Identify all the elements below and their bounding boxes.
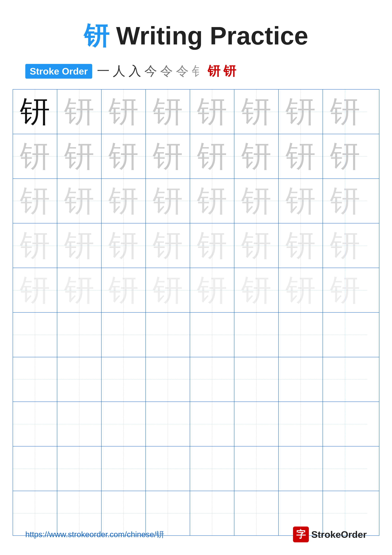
grid-cell[interactable]: [234, 313, 279, 357]
grid-row: 钘 钘 钘 钘 钘 钘 钘 钘: [13, 268, 379, 313]
grid-cell[interactable]: 钘: [234, 223, 279, 268]
grid-cell[interactable]: [101, 313, 146, 357]
grid-cell[interactable]: [279, 402, 323, 446]
grid-cell[interactable]: [146, 313, 190, 357]
grid-cell[interactable]: 钘: [234, 89, 279, 134]
practice-char: 钘: [20, 275, 50, 305]
grid-cell[interactable]: 钘: [101, 134, 146, 178]
grid-cell[interactable]: [57, 446, 101, 491]
grid-cell[interactable]: [279, 446, 323, 491]
grid-cell[interactable]: 钘: [190, 179, 234, 223]
page-title: 钘 Writing Practice: [0, 0, 392, 63]
grid-cell[interactable]: 钘: [57, 268, 101, 312]
grid-cell[interactable]: 钘: [57, 223, 101, 268]
practice-char: 钘: [64, 97, 94, 127]
grid-cell[interactable]: 钘: [13, 89, 57, 134]
stroke-4: 今: [144, 63, 157, 80]
grid-cell[interactable]: [13, 402, 57, 446]
grid-cell[interactable]: [234, 402, 279, 446]
stroke-3: ⼊: [128, 63, 141, 80]
grid-cell[interactable]: 钘: [57, 179, 101, 223]
grid-cell[interactable]: 钘: [190, 268, 234, 312]
grid-row: 钘 钘 钘 钘 钘 钘 钘 钘: [13, 179, 379, 223]
grid-cell[interactable]: 钘: [13, 134, 57, 178]
grid-row: 钘 钘 钘 钘 钘 钘 钘 钘: [13, 134, 379, 179]
grid-cell[interactable]: [13, 313, 57, 357]
grid-cell[interactable]: [190, 313, 234, 357]
grid-cell[interactable]: 钘: [234, 134, 279, 178]
grid-cell[interactable]: 钘: [101, 268, 146, 312]
grid-cell[interactable]: 钘: [101, 89, 146, 134]
grid-cell[interactable]: 钘: [323, 134, 367, 178]
practice-char: 钘: [64, 275, 94, 305]
grid-cell[interactable]: [190, 357, 234, 402]
footer-url: https://www.strokeorder.com/chinese/钘: [25, 529, 164, 540]
grid-cell[interactable]: 钘: [323, 223, 367, 268]
grid-cell[interactable]: 钘: [13, 268, 57, 312]
title-character: 钘: [84, 22, 109, 50]
grid-cell[interactable]: 钘: [146, 89, 190, 134]
grid-cell[interactable]: [323, 402, 367, 446]
grid-cell[interactable]: 钘: [101, 223, 146, 268]
grid-cell[interactable]: 钘: [323, 89, 367, 134]
grid-cell[interactable]: 钘: [101, 179, 146, 223]
grid-cell[interactable]: [57, 313, 101, 357]
grid-row: [13, 446, 379, 491]
grid-cell[interactable]: 钘: [57, 134, 101, 178]
grid-cell[interactable]: 钘: [146, 179, 190, 223]
grid-cell[interactable]: [146, 357, 190, 402]
grid-cell[interactable]: 钘: [234, 179, 279, 223]
grid-row: 钘 钘 钘 钘 钘 钘 钘 钘: [13, 223, 379, 268]
practice-char: 钘: [108, 275, 139, 305]
writing-grid: 钘 钘 钘 钘 钘 钘 钘 钘 钘 钘 钘 钘 钘 钘 钘 钘 钘 钘 钘 钘 …: [13, 89, 379, 536]
grid-cell[interactable]: 钘: [190, 89, 234, 134]
grid-cell[interactable]: [190, 446, 234, 491]
practice-char: 钘: [20, 97, 50, 127]
grid-cell[interactable]: 钘: [146, 268, 190, 312]
grid-cell[interactable]: [101, 357, 146, 402]
practice-char: 钘: [108, 141, 139, 171]
grid-cell[interactable]: 钘: [146, 223, 190, 268]
grid-cell[interactable]: 钘: [190, 223, 234, 268]
grid-cell[interactable]: [57, 402, 101, 446]
grid-cell[interactable]: [146, 402, 190, 446]
grid-cell[interactable]: [13, 446, 57, 491]
grid-cell[interactable]: 钘: [279, 268, 323, 312]
grid-cell[interactable]: [323, 357, 367, 402]
practice-char: 钘: [241, 186, 271, 216]
stroke-8: 钘: [208, 63, 220, 80]
grid-cell[interactable]: 钘: [279, 89, 323, 134]
stroke-2: ⼈: [113, 63, 125, 80]
grid-cell[interactable]: [13, 357, 57, 402]
grid-cell[interactable]: 钘: [279, 223, 323, 268]
practice-char: 钘: [330, 275, 360, 305]
grid-cell[interactable]: 钘: [323, 179, 367, 223]
grid-cell[interactable]: [101, 402, 146, 446]
stroke-order-section: Stroke Order ⼀ ⼈ ⼊ 今 令 令 钅 钘 钘: [0, 63, 392, 80]
grid-cell[interactable]: 钘: [279, 134, 323, 178]
practice-char: 钘: [285, 186, 316, 216]
grid-cell[interactable]: 钘: [57, 89, 101, 134]
grid-cell[interactable]: 钘: [190, 134, 234, 178]
practice-char: 钘: [20, 186, 50, 216]
grid-cell[interactable]: [323, 313, 367, 357]
grid-cell[interactable]: [234, 357, 279, 402]
grid-cell[interactable]: 钘: [234, 268, 279, 312]
grid-cell[interactable]: [234, 446, 279, 491]
grid-cell[interactable]: 钘: [146, 134, 190, 178]
grid-row: [13, 357, 379, 402]
grid-cell[interactable]: 钘: [323, 268, 367, 312]
grid-cell[interactable]: 钘: [13, 223, 57, 268]
grid-cell[interactable]: [146, 446, 190, 491]
grid-cell[interactable]: [101, 446, 146, 491]
practice-char: 钘: [108, 231, 139, 261]
practice-char: 钘: [64, 186, 94, 216]
grid-cell[interactable]: [279, 313, 323, 357]
grid-cell[interactable]: [323, 446, 367, 491]
grid-cell[interactable]: [190, 402, 234, 446]
grid-cell[interactable]: [279, 357, 323, 402]
grid-cell[interactable]: 钘: [279, 179, 323, 223]
grid-cell[interactable]: 钘: [13, 179, 57, 223]
practice-char: 钘: [330, 186, 360, 216]
grid-cell[interactable]: [57, 357, 101, 402]
